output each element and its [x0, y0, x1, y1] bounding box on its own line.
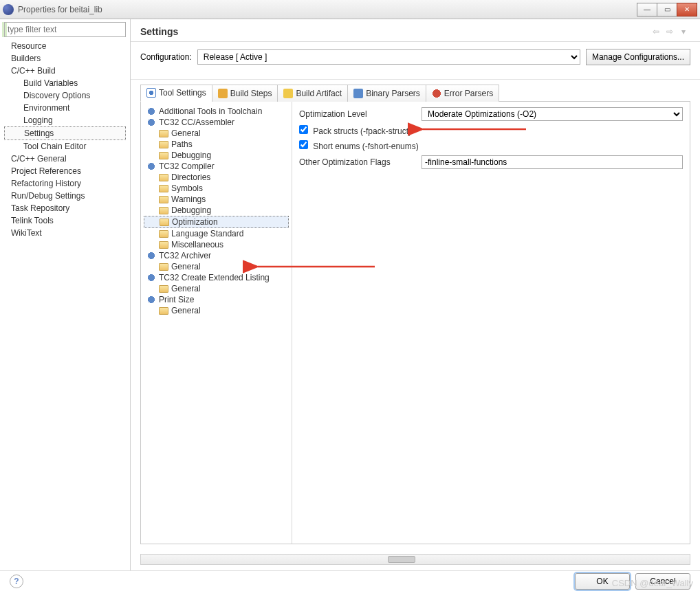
folder-icon — [159, 230, 168, 238]
tree-item[interactable]: Optimization — [144, 216, 289, 228]
folder-icon — [159, 174, 168, 181]
nav-item[interactable]: Task Repository — [4, 202, 126, 214]
app-icon — [3, 4, 14, 15]
tree-item[interactable]: Debugging — [144, 150, 289, 161]
folder-icon — [159, 263, 168, 271]
tree-item-label: Language Standard — [171, 229, 243, 238]
tab-label: Binary Parsers — [366, 89, 420, 98]
menu-down-icon[interactable]: ▾ — [678, 27, 689, 36]
bottom-bar: ? OK Cancel — [0, 570, 700, 591]
gear-icon — [146, 161, 156, 171]
tree-item-label: Debugging — [171, 205, 211, 215]
optimization-level-label: Optimization Level — [299, 109, 416, 119]
gear-icon — [146, 295, 156, 304]
tree-item-label: General — [171, 129, 201, 138]
tree-item[interactable]: TC32 Compiler — [144, 161, 289, 172]
tree-item[interactable]: General — [144, 283, 289, 294]
back-icon[interactable]: ⇦ — [650, 27, 661, 36]
gear-icon — [146, 273, 156, 282]
tab-error-parsers[interactable]: Error Parsers — [426, 85, 499, 102]
minimize-button[interactable]: — — [637, 3, 657, 16]
tree-item-label: Print Size — [159, 295, 194, 304]
nav-item[interactable]: C/C++ General — [4, 153, 126, 165]
tree-item-label: TC32 Archiver — [159, 251, 211, 260]
tree-item[interactable]: TC32 CC/Assembler — [144, 117, 289, 128]
folder-icon — [159, 207, 168, 214]
nav-item[interactable]: Telink Tools — [4, 214, 126, 227]
tree-item[interactable]: Print Size — [144, 294, 289, 305]
help-icon[interactable]: ? — [10, 575, 23, 588]
tree-item-label: Warnings — [171, 194, 206, 204]
pack-structs-checkbox-row[interactable]: Pack structs (-fpack-struct) — [299, 125, 411, 136]
manage-configurations-button[interactable]: Manage Configurations... — [586, 49, 690, 65]
nav-item[interactable]: Run/Debug Settings — [4, 190, 126, 202]
nav-item[interactable]: Discovery Options — [4, 89, 126, 102]
tab-build-steps[interactable]: Build Steps — [212, 85, 278, 102]
tree-item[interactable]: Miscellaneous — [144, 239, 289, 250]
tab-tool-settings[interactable]: Tool Settings — [140, 85, 212, 102]
nav-item[interactable]: Settings — [4, 126, 126, 140]
art-icon — [283, 89, 293, 98]
pack-structs-label: Pack structs (-fpack-struct) — [313, 126, 411, 136]
err-icon — [432, 89, 441, 98]
window-title: Properties for beitai_lib — [18, 5, 637, 14]
nav-item[interactable]: Refactoring History — [4, 177, 126, 190]
tool-settings-tree: Additional Tools in ToolchainTC32 CC/Ass… — [141, 102, 292, 544]
tools-icon — [146, 88, 156, 98]
tree-item[interactable]: Language Standard — [144, 228, 289, 239]
tree-item-label: TC32 Compiler — [159, 161, 215, 171]
short-enums-checkbox[interactable] — [299, 140, 308, 149]
tree-item[interactable]: TC32 Archiver — [144, 250, 289, 261]
nav-item[interactable]: Tool Chain Editor — [4, 140, 126, 153]
tree-item[interactable]: Symbols — [144, 183, 289, 194]
other-flags-input[interactable] — [422, 155, 683, 169]
nav-item[interactable]: Environment — [4, 102, 126, 114]
tab-label: Tool Settings — [159, 88, 206, 98]
short-enums-checkbox-row[interactable]: Short enums (-fshort-enums) — [299, 140, 419, 151]
nav-item[interactable]: WikiText — [4, 227, 126, 239]
nav-item[interactable]: Build Variables — [4, 77, 126, 89]
horizontal-scrollbar[interactable] — [140, 554, 690, 565]
optimization-level-select[interactable]: Moderate Optimizations (-O2) — [422, 107, 683, 121]
tab-label: Error Parsers — [444, 89, 493, 98]
tree-item[interactable]: Paths — [144, 139, 289, 150]
tree-item[interactable]: General — [144, 305, 289, 316]
tree-item[interactable]: Directories — [144, 172, 289, 183]
nav-item[interactable]: C/C++ Build — [4, 65, 126, 77]
tree-item[interactable]: Additional Tools in Toolchain — [144, 106, 289, 117]
short-enums-label: Short enums (-fshort-enums) — [313, 142, 418, 151]
tab-build-artifact[interactable]: Build Artifact — [277, 85, 348, 102]
gear-icon — [146, 118, 156, 127]
tree-item-label: Optimization — [172, 217, 218, 227]
nav-item[interactable]: Project References — [4, 165, 126, 177]
nav-item[interactable]: Logging — [4, 114, 126, 126]
folder-icon — [159, 152, 168, 159]
bin-icon — [353, 89, 363, 98]
left-pane: ResourceBuildersC/C++ BuildBuild Variabl… — [0, 19, 131, 570]
other-flags-label: Other Optimization Flags — [299, 157, 416, 167]
close-button[interactable]: ✕ — [677, 3, 697, 16]
page-title: Settings — [140, 26, 649, 37]
configuration-row: Configuration: Release [ Active ] Manage… — [131, 42, 700, 80]
tree-item-label: TC32 Create Extended Listing — [159, 273, 270, 282]
tree-item[interactable]: TC32 Create Extended Listing — [144, 272, 289, 283]
tree-item[interactable]: General — [144, 128, 289, 139]
nav-item[interactable]: Resource — [4, 40, 126, 52]
maximize-button[interactable]: ▭ — [657, 3, 677, 16]
tree-item[interactable]: Warnings — [144, 194, 289, 205]
watermark: CSDN @dear_Wally — [612, 578, 693, 588]
tree-item[interactable]: Debugging — [144, 205, 289, 216]
folder-icon — [159, 141, 168, 148]
configuration-select[interactable]: Release [ Active ] — [197, 49, 580, 65]
pack-structs-checkbox[interactable] — [299, 125, 308, 134]
right-pane: Settings ⇦ ⇨ ▾ Configuration: Release [ … — [131, 19, 700, 570]
folder-icon — [159, 285, 168, 293]
tree-item[interactable]: General — [144, 261, 289, 272]
forward-icon[interactable]: ⇨ — [664, 27, 675, 36]
tab-bar: Tool SettingsBuild StepsBuild ArtifactBi… — [140, 84, 690, 102]
steps-icon — [218, 89, 228, 98]
folder-icon — [159, 130, 168, 137]
nav-item[interactable]: Builders — [4, 52, 126, 65]
tab-binary-parsers[interactable]: Binary Parsers — [347, 85, 426, 102]
filter-input[interactable] — [4, 22, 126, 37]
